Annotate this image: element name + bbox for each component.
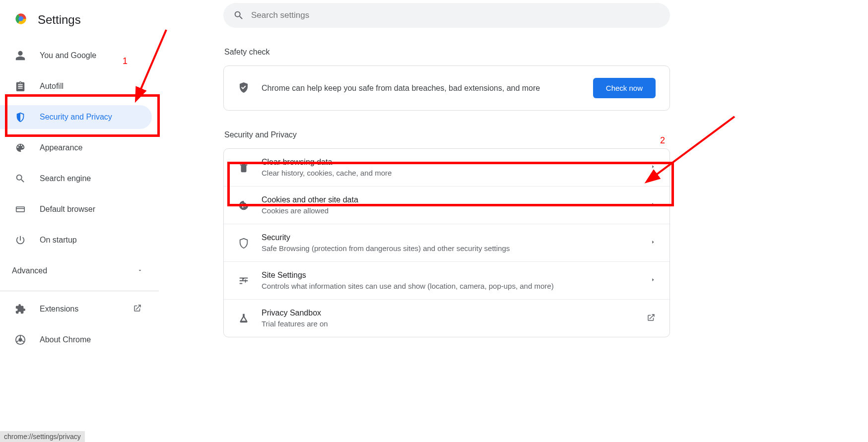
sidebar-item-autofill[interactable]: Autofill [0,74,152,98]
sidebar-item-label: Autofill [40,82,64,91]
row-text: Clear browsing data Clear history, cooki… [262,158,639,177]
row-title: Security [262,233,639,242]
chevron-right-icon [651,239,656,248]
row-text: Security Safe Browsing (protection from … [262,233,639,253]
safety-check-heading: Safety check [224,48,670,57]
sidebar-item-label: Extensions [40,305,78,314]
row-cookies[interactable]: Cookies and other site data Cookies are … [224,186,669,224]
security-privacy-card: Clear browsing data Clear history, cooki… [223,148,670,337]
row-desc: Controls what information sites can use … [262,282,639,290]
chrome-icon [15,334,26,345]
sidebar-header: Settings [0,6,159,39]
person-icon [15,50,26,61]
row-clear-browsing-data[interactable]: Clear browsing data Clear history, cooki… [224,149,669,186]
safety-check-row: Chrome can help keep you safe from data … [224,66,669,110]
shield-check-icon [238,81,250,95]
row-security[interactable]: Security Safe Browsing (protection from … [224,224,669,261]
shield-outline-icon [238,238,250,249]
chevron-down-icon [137,266,143,275]
svg-point-2 [19,17,23,21]
sidebar-item-label: Default browser [40,205,95,214]
row-title: Privacy Sandbox [262,309,635,317]
extension-icon [15,304,26,315]
security-privacy-heading: Security and Privacy [224,130,670,139]
trash-icon [238,162,250,173]
search-icon [233,10,244,23]
row-text: Privacy Sandbox Trial features are on [262,309,635,328]
chevron-right-icon [651,163,656,172]
row-site-settings[interactable]: Site Settings Controls what information … [224,261,669,299]
sidebar-item-about-chrome[interactable]: About Chrome [0,328,152,352]
chevron-right-icon [651,276,656,285]
row-title: Cookies and other site data [262,195,639,204]
sidebar-item-search-engine[interactable]: Search engine [0,167,152,190]
search-input[interactable] [223,3,670,28]
row-title: Clear browsing data [262,158,639,167]
search-wrap [223,3,670,28]
sidebar-item-appearance[interactable]: Appearance [0,136,152,160]
flask-icon [238,313,250,324]
chrome-logo-icon [13,11,29,29]
sidebar-item-extensions[interactable]: Extensions [0,297,152,321]
status-url: chrome://settings/privacy [0,431,85,442]
open-in-new-icon [647,313,656,324]
row-privacy-sandbox[interactable]: Privacy Sandbox Trial features are on [224,299,669,337]
sidebar-item-label: Search engine [40,174,91,183]
sidebar-item-security-and-privacy[interactable]: Security and Privacy [0,105,152,129]
tune-icon [238,275,250,286]
browser-icon [15,204,26,215]
chevron-right-icon [651,201,656,210]
annotation-label-2: 2 [660,135,665,146]
safety-check-card: Chrome can help keep you safe from data … [223,65,670,111]
sidebar-item-label: You and Google [40,51,96,60]
svg-point-4 [18,338,22,341]
sidebar: Settings You and Google Autofill Securit… [0,0,159,442]
sidebar-item-label: Security and Privacy [40,113,112,122]
row-title: Site Settings [262,271,639,280]
advanced-label: Advanced [12,266,47,275]
sidebar-item-label: On startup [40,236,77,245]
row-desc: Clear history, cookies, cache, and more [262,169,639,177]
annotation-label-1: 1 [123,56,128,66]
row-desc: Trial features are on [262,319,635,328]
shield-icon [15,112,26,123]
main-content: Safety check Chrome can help keep you sa… [223,0,670,337]
power-icon [15,235,26,246]
row-text: Site Settings Controls what information … [262,271,639,290]
row-desc: Cookies are allowed [262,206,639,215]
sidebar-item-default-browser[interactable]: Default browser [0,197,152,221]
safety-check-text: Chrome can help keep you safe from data … [262,84,581,93]
sidebar-item-label: About Chrome [40,335,91,344]
page-title: Settings [38,13,81,27]
palette-icon [15,142,26,153]
clipboard-icon [15,81,26,92]
sidebar-item-on-startup[interactable]: On startup [0,228,152,252]
row-desc: Safe Browsing (protection from dangerous… [262,244,639,253]
divider [0,291,159,291]
sidebar-advanced-toggle[interactable]: Advanced [0,259,159,283]
cookie-icon [238,200,250,211]
check-now-button[interactable]: Check now [593,78,656,98]
sidebar-item-you-and-google[interactable]: You and Google [0,44,152,67]
sidebar-item-label: Appearance [40,143,82,152]
open-in-new-icon [133,304,142,315]
nav-section: You and Google Autofill Security and Pri… [0,44,159,352]
search-icon [15,173,26,184]
row-text: Cookies and other site data Cookies are … [262,195,639,215]
